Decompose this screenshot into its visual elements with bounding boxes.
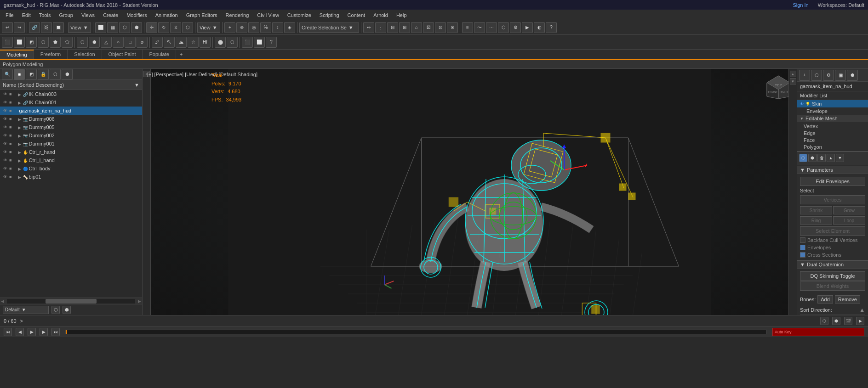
tb2-17[interactable]: Hf bbox=[200, 37, 211, 48]
menu-group[interactable]: Group bbox=[55, 11, 77, 19]
scene-3d[interactable] bbox=[143, 69, 797, 315]
dq-skinning-toggle-btn[interactable]: DQ Skinning Toggle bbox=[800, 271, 865, 281]
eye-icon[interactable]: 👁 bbox=[2, 116, 8, 122]
tab-freeform[interactable]: Freeform bbox=[34, 50, 68, 59]
left-scroll[interactable]: ◀ ▶ bbox=[0, 298, 142, 304]
tb2-5[interactable]: ⬟ bbox=[50, 37, 61, 48]
align-btn[interactable]: ⋮ bbox=[375, 22, 386, 33]
list-item[interactable]: 👁 ■ ▶ 🔗 IK Chain001 bbox=[0, 98, 142, 107]
rp-modifier-btn3[interactable]: 🗑 bbox=[817, 154, 826, 162]
render-btn[interactable]: ▶ bbox=[522, 22, 533, 33]
menu-animation[interactable]: Animation bbox=[152, 11, 182, 19]
progress-arrow[interactable]: > bbox=[20, 318, 23, 324]
bind-space-btn[interactable]: 🔲 bbox=[53, 22, 64, 33]
keyframe-zone[interactable]: Auto Key bbox=[772, 328, 864, 336]
submode-vertex[interactable]: Vertex bbox=[802, 123, 863, 129]
shrink-btn[interactable]: Shrink bbox=[800, 206, 832, 214]
help-btn[interactable]: ? bbox=[546, 22, 557, 33]
eye-icon[interactable]: 👁 bbox=[2, 132, 8, 139]
quick-align-btn[interactable]: ⊡ bbox=[435, 22, 446, 33]
params-header[interactable]: ▼ Parameters bbox=[797, 166, 868, 174]
tb2-7[interactable]: ⬡ bbox=[77, 37, 88, 48]
rotate-btn[interactable]: ↻ bbox=[158, 22, 169, 33]
tb2-3[interactable]: ◩ bbox=[26, 37, 37, 48]
menu-tools[interactable]: Tools bbox=[35, 11, 55, 19]
menu-views[interactable]: Views bbox=[78, 11, 98, 19]
unlink-btn[interactable]: ⛓ bbox=[41, 22, 52, 33]
lp-search-btn[interactable]: 🔍 bbox=[2, 69, 13, 80]
lp-select-all-btn[interactable]: ■ bbox=[14, 69, 25, 80]
tb2-2[interactable]: ⬜ bbox=[14, 37, 25, 48]
rp-hide-btn[interactable]: ▣ bbox=[835, 70, 846, 81]
selection-filter-dropdown[interactable]: View ▼ bbox=[68, 22, 91, 33]
angle-snap-btn[interactable]: ◎ bbox=[248, 22, 259, 33]
create-selection-set-dropdown[interactable]: Create Selection Se ▼ bbox=[299, 22, 359, 33]
active-shade-btn[interactable]: ◐ bbox=[534, 22, 545, 33]
rp-config-btn[interactable]: ⚙ bbox=[823, 70, 834, 81]
tb2-4[interactable]: ⬡ bbox=[38, 37, 49, 48]
sort-arrow-up[interactable]: ▲ bbox=[859, 306, 865, 314]
tb2-20[interactable]: ⬛ bbox=[242, 37, 253, 48]
submode-edge[interactable]: Edge bbox=[802, 130, 863, 136]
menu-modifiers[interactable]: Modifiers bbox=[123, 11, 151, 19]
rp-modifier-btn4[interactable]: ▲ bbox=[827, 154, 835, 162]
default-dropdown[interactable]: Default ▼ bbox=[3, 306, 49, 314]
remove-bone-btn[interactable]: Remove bbox=[835, 295, 860, 304]
eye-icon[interactable]: 👁 bbox=[2, 91, 8, 97]
list-item[interactable]: 👁 ■ ▶ ✋ Ctrl_r_hand bbox=[0, 148, 142, 156]
link-btn[interactable]: 🔗 bbox=[29, 22, 40, 33]
dual-quaternion-header[interactable]: ▼ Dual Quaternion bbox=[797, 260, 868, 269]
tab-populate[interactable]: Populate bbox=[143, 50, 176, 59]
eye-icon[interactable]: 👁 bbox=[2, 174, 8, 180]
rp-modifier-btn5[interactable]: ▼ bbox=[836, 154, 844, 162]
edge-btn-right-2[interactable]: ▼ bbox=[790, 78, 796, 84]
anim-prev-btn[interactable]: ◀ bbox=[16, 328, 24, 336]
edit-pivot-btn[interactable]: ◈ bbox=[284, 22, 295, 33]
lp-invert-btn[interactable]: ◩ bbox=[26, 69, 37, 80]
mirror-btn[interactable]: ⇔ bbox=[363, 22, 374, 33]
eye-icon[interactable]: 👁 bbox=[2, 99, 8, 106]
status-icon-1[interactable]: ⬡ bbox=[820, 317, 828, 325]
edge-btn-right-1[interactable]: ▲ bbox=[790, 71, 796, 77]
tab-add[interactable]: + bbox=[176, 50, 186, 58]
snap-btn[interactable]: ⊕ bbox=[236, 22, 247, 33]
tb2-11[interactable]: □ bbox=[125, 37, 136, 48]
envelopes-checkbox[interactable] bbox=[800, 245, 805, 250]
layer-btn[interactable]: ≡ bbox=[462, 22, 473, 33]
rp-lock-btn[interactable]: ⬡ bbox=[811, 70, 822, 81]
anim-end-btn[interactable]: ⏭ bbox=[51, 328, 60, 336]
timeline-track[interactable] bbox=[65, 330, 767, 334]
eye-icon[interactable]: 👁 bbox=[2, 149, 8, 155]
status-icon-3[interactable]: 🎬 bbox=[844, 317, 852, 325]
tb2-19[interactable]: ⬡ bbox=[227, 37, 238, 48]
list-item[interactable]: 👁 ■ ▶ 🔗 IK Chain003 bbox=[0, 90, 142, 98]
tab-selection[interactable]: Selection bbox=[68, 50, 102, 59]
modifier-envelope[interactable]: Envelope bbox=[797, 107, 868, 115]
list-item[interactable]: 👁 ■ gazmask_item_na_hud bbox=[0, 107, 142, 115]
sign-in-btn[interactable]: Sign In bbox=[793, 2, 808, 8]
lp-lock-btn[interactable]: 🔒 bbox=[38, 69, 49, 80]
viewport[interactable]: [+] [Perspective] [User Defined] [Defaul… bbox=[143, 69, 797, 315]
anim-play-btn[interactable]: ▶ bbox=[28, 328, 36, 336]
curve-editor-btn[interactable]: 〜 bbox=[474, 22, 485, 33]
tab-modeling[interactable]: Modeling bbox=[0, 50, 34, 59]
vertices-btn[interactable]: Vertices bbox=[800, 195, 865, 204]
redo-btn[interactable]: ↪ bbox=[14, 22, 25, 33]
menu-arnold[interactable]: Arnold bbox=[370, 11, 392, 19]
backface-checkbox[interactable] bbox=[800, 237, 805, 243]
tb2-10[interactable]: ○ bbox=[113, 37, 124, 48]
menu-customize[interactable]: Customize bbox=[284, 11, 315, 19]
menu-help[interactable]: Help bbox=[393, 11, 411, 19]
select-element-btn[interactable]: Select Element bbox=[800, 226, 865, 236]
submode-face[interactable]: Face bbox=[802, 137, 863, 143]
status-icon-2[interactable]: ⬢ bbox=[832, 317, 840, 325]
eye-icon[interactable]: 👁 bbox=[2, 124, 8, 130]
rp-vis-btn[interactable]: ⬢ bbox=[847, 70, 858, 81]
select-btn[interactable]: ⬜ bbox=[95, 22, 106, 33]
lasso-select-btn[interactable]: ⬡ bbox=[119, 22, 130, 33]
list-item[interactable]: 👁 ■ ▶ 🦴 bip01 bbox=[0, 173, 142, 181]
tb2-15[interactable]: ⛰ bbox=[176, 37, 187, 48]
status-icon-4[interactable]: ▶ bbox=[856, 317, 864, 325]
eye-icon[interactable]: 👁 bbox=[2, 157, 8, 163]
plus-btn[interactable]: + bbox=[224, 22, 235, 33]
